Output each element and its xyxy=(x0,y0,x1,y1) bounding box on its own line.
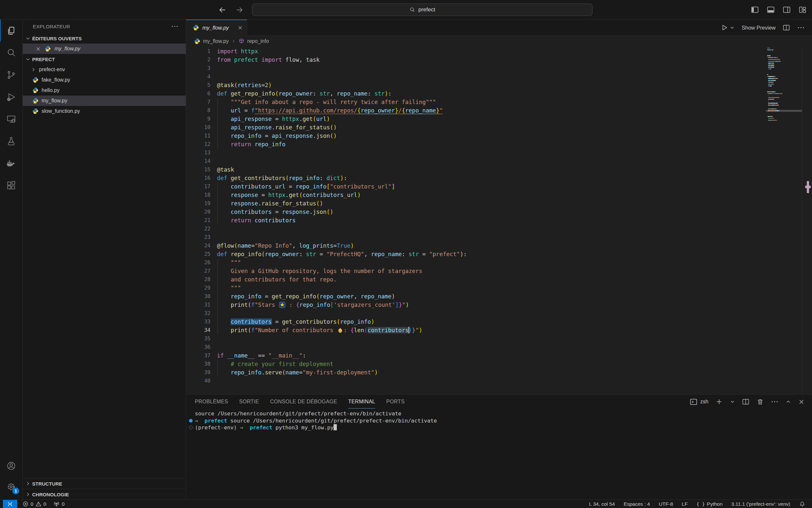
line-number[interactable]: 37 xyxy=(186,351,210,360)
status-cursor-position[interactable]: L 34, col 54 xyxy=(589,501,615,507)
terminal[interactable]: source /Users/henricourdent/git/prefect/… xyxy=(186,409,812,500)
line-number[interactable]: 30 xyxy=(186,292,210,301)
code-line-30[interactable]: 30 repo_info = get_repo_info(repo_owner,… xyxy=(186,292,763,301)
code-line-21[interactable]: 21 return contributors xyxy=(186,216,763,224)
panel-tab-console-de-d-bogage[interactable]: CONSOLE DE DÉBOGAGE xyxy=(270,395,337,409)
code-line-23[interactable]: 23 xyxy=(186,233,763,242)
code-line-25[interactable]: 25def repo_info(repo_owner: str = "Prefe… xyxy=(186,250,763,258)
status-problems[interactable]: 00 xyxy=(22,501,46,507)
split-terminal-icon[interactable] xyxy=(742,398,750,406)
code-line-40[interactable]: 40 xyxy=(186,377,763,385)
code-line-3[interactable]: 3 xyxy=(186,64,763,73)
code-line-9[interactable]: 9 api_response = httpx.get(url) xyxy=(186,115,763,123)
section-header-chronologie[interactable]: CHRONOLOGIE xyxy=(23,489,186,500)
activity-extensions[interactable] xyxy=(0,174,22,196)
activity-search[interactable] xyxy=(0,42,22,64)
line-number[interactable]: 11 xyxy=(186,132,210,140)
sidebar-item-fake-flow-py[interactable]: fake_flow.py xyxy=(23,75,186,85)
line-number[interactable]: 12 xyxy=(186,140,210,149)
customize-layout-icon[interactable] xyxy=(798,5,807,14)
code-line-6[interactable]: 6def get_repo_info(repo_owner: str, repo… xyxy=(186,89,763,98)
code-line-4[interactable]: 4 xyxy=(186,73,763,81)
split-editor-icon[interactable] xyxy=(782,24,790,32)
sidebar-item-hello-py[interactable]: hello.py xyxy=(23,85,186,95)
code-line-16[interactable]: 16def get_contributors(repo_info: dict): xyxy=(186,174,763,182)
line-number[interactable]: 3 xyxy=(186,64,210,73)
sidebar-item-prefect-env[interactable]: prefect-env xyxy=(23,65,186,75)
line-number[interactable]: 27 xyxy=(186,267,210,275)
line-number[interactable]: 20 xyxy=(186,208,210,216)
overview-ruler[interactable] xyxy=(802,46,812,394)
tab-my-flow-py[interactable]: my_flow.py xyxy=(186,19,247,36)
close-icon[interactable] xyxy=(237,25,243,31)
toggle-panel-icon[interactable] xyxy=(767,5,775,14)
line-number[interactable]: 23 xyxy=(186,233,210,242)
line-number[interactable]: 7 xyxy=(186,98,210,106)
terminal-dropdown-icon[interactable] xyxy=(730,399,735,404)
code-line-17[interactable]: 17 contributors_url = repo_info["contrib… xyxy=(186,182,763,191)
status-encoding[interactable]: UTF-8 xyxy=(659,501,673,507)
code-line-27[interactable]: 27 Given a GitHub repository, logs the n… xyxy=(186,267,763,275)
code-line-38[interactable]: 38 # create your first deployment xyxy=(186,360,763,368)
code-line-28[interactable]: 28 and contributors for that repo. xyxy=(186,275,763,284)
status-language-mode[interactable]: { }Python xyxy=(697,501,722,507)
status-python-interpreter[interactable]: 3.11.1 ('prefect-env': venv) xyxy=(731,501,790,507)
line-number[interactable]: 34 xyxy=(186,326,210,334)
code-line-8[interactable]: 8 url = f"https://api.github.com/repos/{… xyxy=(186,106,763,115)
toggle-secondary-sidebar-icon[interactable] xyxy=(782,5,791,14)
line-number[interactable]: 40 xyxy=(186,377,210,385)
breadcrumb-file[interactable]: my_flow.py xyxy=(203,38,229,44)
line-number[interactable]: 24 xyxy=(186,242,210,250)
code-line-5[interactable]: 5@task(retries=2) xyxy=(186,81,763,89)
line-number[interactable]: 39 xyxy=(186,368,210,377)
code-line-34[interactable]: 34 print(f"Number of contributors : {len… xyxy=(186,326,763,334)
command-center-search[interactable]: prefect xyxy=(252,4,592,16)
code-line-36[interactable]: 36 xyxy=(186,343,763,351)
code-line-2[interactable]: 2from prefect import flow, task xyxy=(186,55,763,64)
line-number[interactable]: 18 xyxy=(186,191,210,199)
line-number[interactable]: 22 xyxy=(186,224,210,233)
activity-explorer[interactable] xyxy=(0,19,22,42)
back-icon[interactable] xyxy=(218,6,226,14)
section-header-diteurs-ouverts[interactable]: ÉDITEURS OUVERTS xyxy=(23,33,186,44)
activity-accounts[interactable] xyxy=(0,455,22,476)
sidebar-item-my-flow-py[interactable]: my_flow.py xyxy=(23,95,186,106)
toggle-primary-sidebar-icon[interactable] xyxy=(751,5,759,14)
line-number[interactable]: 1 xyxy=(186,47,210,55)
more-actions-icon[interactable] xyxy=(171,23,179,30)
close-icon[interactable] xyxy=(35,46,41,52)
remote-indicator[interactable] xyxy=(3,500,17,508)
code-line-18[interactable]: 18 response = httpx.get(contributors_url… xyxy=(186,191,763,199)
code-line-35[interactable]: 35 xyxy=(186,334,763,343)
activity-remote-explorer[interactable] xyxy=(0,108,22,130)
line-number[interactable]: 29 xyxy=(186,284,210,292)
activity-testing[interactable] xyxy=(0,130,22,152)
code-line-37[interactable]: 37if __name__ == "__main__": xyxy=(186,351,763,360)
line-number[interactable]: 35 xyxy=(186,334,210,343)
activity-docker[interactable] xyxy=(0,152,22,174)
code-line-19[interactable]: 19 response.raise_for_status() xyxy=(186,199,763,208)
activity-run-and-debug[interactable] xyxy=(0,86,22,108)
line-number[interactable]: 13 xyxy=(186,149,210,157)
line-number[interactable]: 31 xyxy=(186,301,210,309)
breadcrumb-symbol[interactable]: repo_info xyxy=(247,38,269,44)
line-number[interactable]: 19 xyxy=(186,199,210,208)
section-header-prefect[interactable]: PREFECT xyxy=(23,54,186,65)
line-number[interactable]: 32 xyxy=(186,309,210,318)
line-number[interactable]: 9 xyxy=(186,115,210,123)
code-line-31[interactable]: 31 print(f"Stars : {repo_info['stargazer… xyxy=(186,301,763,309)
sidebar-item-slow-function-py[interactable]: slow_function.py xyxy=(23,106,186,116)
line-number[interactable]: 25 xyxy=(186,250,210,258)
more-actions-icon[interactable] xyxy=(771,398,778,406)
line-number[interactable]: 2 xyxy=(186,55,210,64)
code-line-26[interactable]: 26 """ xyxy=(186,258,763,267)
line-number[interactable]: 38 xyxy=(186,360,210,368)
minimap[interactable] xyxy=(766,47,802,123)
code-line-39[interactable]: 39 repo_info.serve(name="my-first-deploy… xyxy=(186,368,763,377)
code-line-14[interactable]: 14 xyxy=(186,157,763,165)
code-line-29[interactable]: 29 """ xyxy=(186,284,763,292)
code-line-20[interactable]: 20 contributors = response.json() xyxy=(186,208,763,216)
code-line-12[interactable]: 12 return repo_info xyxy=(186,140,763,149)
panel-tab-probl-mes[interactable]: PROBLÈMES xyxy=(195,395,228,409)
code-line-10[interactable]: 10 api_response.raise_for_status() xyxy=(186,123,763,132)
